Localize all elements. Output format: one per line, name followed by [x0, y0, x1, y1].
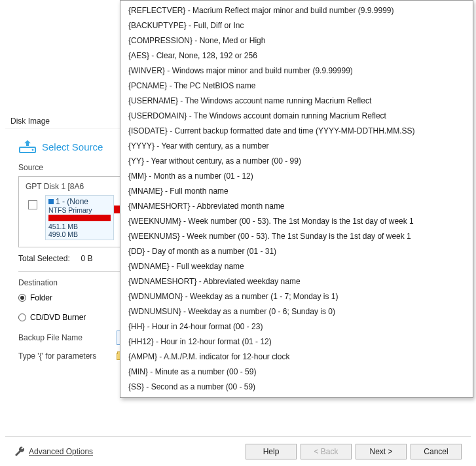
token-option[interactable]: {YY} - Year without century, as a number…	[120, 154, 473, 169]
drive-arrow-icon	[18, 139, 37, 154]
token-option[interactable]: {WDNAME} - Full weekday name	[120, 259, 473, 274]
burner-radio-label: CD/DVD Burner	[30, 313, 86, 322]
folder-radio-label: Folder	[30, 293, 52, 302]
radio-selected-icon	[18, 294, 26, 302]
token-option[interactable]: {WDNUMSUN} - Weekday as a number (0 - 6;…	[120, 304, 473, 319]
help-button[interactable]: Help	[246, 444, 297, 459]
select-source-label: Select Source	[42, 141, 103, 152]
token-option[interactable]: {ISODATE} - Current backup formatted dat…	[120, 124, 473, 139]
token-option[interactable]: {USERNAME} - The Windows account name ru…	[120, 94, 473, 109]
token-option[interactable]: {MNAMESHORT} - Abbreviated month name	[120, 199, 473, 214]
radio-unselected-icon	[18, 314, 26, 321]
token-option[interactable]: {COMPRESSION} - None, Med or High	[120, 33, 473, 48]
partition-fs: NTFS Primary	[48, 206, 111, 214]
token-option[interactable]: {PCNAME} - The PC NetBIOS name	[120, 79, 473, 94]
token-option[interactable]: {AMPM} - A.M./P.M. indicator for 12-hour…	[120, 350, 473, 365]
token-option[interactable]: {YYYY} - Year with century, as a number	[120, 139, 473, 154]
back-button: < Back	[301, 444, 352, 459]
token-option[interactable]: {HH12} - Hour in 12-hour format (01 - 12…	[120, 334, 473, 350]
token-option[interactable]: {BACKUPTYPE} - Full, Diff or Inc	[120, 18, 473, 33]
partition-usage-bar	[48, 215, 111, 221]
token-option[interactable]: {REFLECTVER} - Macrium Reflect major min…	[120, 3, 473, 18]
partition-tile[interactable]: 1 - (None NTFS Primary 451.1 MB 499.0 MB	[45, 195, 114, 240]
token-option[interactable]: {MNAME} - Full month name	[120, 184, 473, 199]
token-option[interactable]: {WDNUMMON} - Weekday as a number (1 - 7;…	[120, 289, 473, 304]
filename-token-dropdown[interactable]: {REFLECTVER} - Macrium Reflect major min…	[120, 0, 473, 398]
svg-point-1	[32, 149, 34, 151]
total-selected-value: 0 B	[81, 254, 92, 263]
partition-checkbox[interactable]	[28, 200, 37, 209]
partition-total: 499.0 MB	[48, 230, 111, 238]
token-option[interactable]: {AES} - Clear, None, 128, 192 or 256	[120, 48, 473, 63]
filename-label: Backup File Name	[18, 333, 117, 342]
token-option[interactable]: {MM} - Month as a number (01 - 12)	[120, 169, 473, 184]
token-option[interactable]: {MIN} - Minute as a number (00 - 59)	[120, 365, 473, 380]
wrench-icon	[14, 446, 25, 457]
token-option[interactable]: {WINVER} - Windows major minor and build…	[120, 63, 473, 79]
windows-flag-icon	[48, 199, 54, 204]
token-option[interactable]: {WEEKNUMS} - Week number (00 - 53). The …	[120, 229, 473, 244]
params-hint: Type '{' for parameters	[18, 351, 117, 361]
total-selected-label: Total Selected:	[18, 254, 70, 263]
partition-title: 1 - (None	[56, 197, 88, 206]
token-option[interactable]: {SS} - Second as a number (00 - 59)	[120, 380, 473, 395]
next-button[interactable]: Next >	[356, 444, 407, 459]
cancel-button[interactable]: Cancel	[411, 444, 462, 459]
partition-used: 451.1 MB	[48, 223, 111, 230]
token-option[interactable]: {WEEKNUMM} - Week number (00 - 53). The …	[120, 214, 473, 229]
token-option[interactable]: {DD} - Day of month as a number (01 - 31…	[120, 244, 473, 259]
token-option[interactable]: {HH} - Hour in 24-hour format (00 - 23)	[120, 319, 473, 334]
advanced-options-link[interactable]: Advanced Options	[29, 447, 93, 456]
token-option[interactable]: {USERDOMAIN} - The Windows account domai…	[120, 109, 473, 124]
dialog-footer: Advanced Options Help < Back Next > Canc…	[5, 436, 471, 466]
token-option[interactable]: {WDNAMESHORT} - Abbreviated weekday name	[120, 274, 473, 289]
